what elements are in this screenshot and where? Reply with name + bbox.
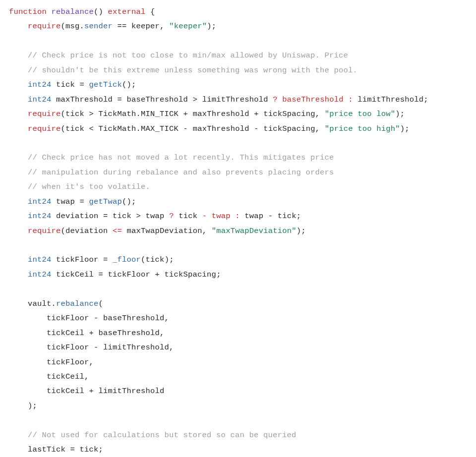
id-tick: tick: [80, 445, 99, 454]
id-twap: twap: [244, 212, 263, 221]
type-int24: int24: [28, 270, 52, 279]
str-price-low: "price too low": [325, 110, 396, 118]
id-maxthreshold: maxThreshold: [56, 95, 113, 104]
kw-external: external: [108, 7, 146, 16]
id-vault: vault: [28, 299, 52, 308]
kw-require: require: [28, 22, 61, 31]
op-ternary-colon: :: [348, 95, 353, 104]
op-lte: <=: [113, 227, 122, 235]
type-int24: int24: [28, 212, 52, 221]
id-twap: twap: [146, 212, 165, 221]
str-maxtwap: "maxTwapDeviation": [212, 227, 297, 235]
id-tickmath-max: TickMath.MAX_TICK: [99, 124, 179, 133]
kw-require: require: [28, 227, 61, 235]
id-basethreshold: baseThreshold: [127, 95, 188, 104]
id-limitthreshold: limitThreshold: [357, 95, 423, 104]
kw-require: require: [28, 124, 61, 133]
id-limitthreshold: limitThreshold: [99, 387, 165, 396]
id-tick: tick: [65, 124, 84, 133]
id-tick: tick: [146, 255, 165, 264]
id-tickfloor: tickFloor: [47, 343, 89, 352]
type-int24: int24: [28, 95, 52, 104]
fn-rebalance-call: rebalance: [56, 299, 99, 308]
id-maxthreshold: maxThreshold: [193, 124, 249, 133]
ternary-twap: twap: [212, 212, 231, 221]
type-int24: int24: [28, 80, 52, 89]
id-tick: tick: [178, 212, 197, 221]
fn-gettwap: getTwap: [89, 197, 122, 206]
id-limitthreshold: limitThreshold: [103, 343, 169, 352]
id-tick: tick: [56, 80, 75, 89]
id-deviation: deviation: [65, 227, 108, 235]
id-tickfloor: tickFloor: [47, 314, 89, 323]
ternary-basethreshold: baseThreshold: [282, 95, 344, 104]
kw-require: require: [28, 110, 61, 118]
str-price-high: "price too high": [325, 124, 400, 133]
comment-price-1: // Check price is not too close to min/m…: [28, 51, 348, 60]
prop-sender: sender: [84, 22, 113, 31]
id-basethreshold: baseThreshold: [99, 329, 160, 338]
op-minus: -: [202, 212, 207, 221]
fn-floor: _floor: [113, 255, 141, 264]
id-lasttick: lastTick: [28, 445, 65, 454]
id-limitthreshold: limitThreshold: [202, 95, 268, 104]
id-basethreshold: baseThreshold: [103, 314, 165, 323]
comment-price-2: // shouldn't be this extreme unless some…: [28, 66, 357, 75]
op-ternary-q: ?: [169, 212, 174, 221]
id-keeper: keeper: [131, 22, 160, 31]
id-tickfloor: tickFloor: [108, 270, 151, 279]
code-block: function rebalance() external { require(…: [9, 5, 467, 457]
id-tick: tick: [65, 110, 84, 118]
str-keeper: "keeper": [169, 22, 207, 31]
id-tickfloor: tickFloor: [56, 255, 99, 264]
type-int24: int24: [28, 255, 52, 264]
comment-twap-3: // when it's too volatile.: [28, 182, 150, 191]
id-tickceil: tickCeil: [47, 372, 84, 381]
comment-twap-2: // manipulation during rebalance and als…: [28, 168, 334, 177]
id-tickceil: tickCeil: [47, 329, 84, 338]
id-tickspacing: tickSpacing: [263, 110, 315, 118]
id-tickfloor: tickFloor: [47, 358, 89, 367]
comment-twap-1: // Check price has not moved a lot recen…: [28, 153, 334, 162]
id-msg: msg: [65, 22, 80, 31]
id-maxtwapdeviation: maxTwapDeviation: [127, 227, 202, 235]
kw-function: function: [9, 7, 47, 16]
id-tick: tick: [113, 212, 131, 221]
comment-lasttick: // Not used for calculations but stored …: [28, 431, 297, 440]
id-tick: tick: [278, 212, 297, 221]
op-ternary-colon: :: [235, 212, 240, 221]
id-deviation: deviation: [56, 212, 99, 221]
id-twap: twap: [56, 197, 75, 206]
id-tickceil: tickCeil: [47, 387, 84, 396]
id-tickmath-min: TickMath.MIN_TICK: [99, 110, 179, 118]
fn-gettick: getTick: [89, 80, 122, 89]
id-maxthreshold: maxThreshold: [193, 110, 249, 118]
id-tickspacing: tickSpacing: [263, 124, 315, 133]
fn-name-rebalance: rebalance: [52, 7, 94, 16]
type-int24: int24: [28, 197, 52, 206]
id-tickceil: tickCeil: [56, 270, 94, 279]
op-ternary-q: ?: [273, 95, 278, 104]
id-tickspacing: tickSpacing: [165, 270, 217, 279]
